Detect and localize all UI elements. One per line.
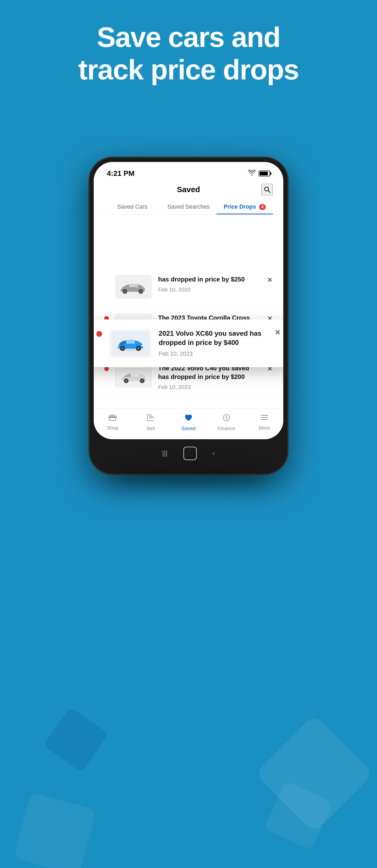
nav-shop-label: Shop: [107, 425, 118, 431]
status-bar: 4:21 PM: [94, 162, 283, 181]
content-area: 2021 Volvo XC60 you saved has dropped in…: [94, 217, 283, 439]
notif-close-button[interactable]: ✕: [275, 329, 281, 336]
phone-bottom-bar: ||| ‹: [94, 439, 283, 470]
phone-shadow: [109, 469, 268, 485]
search-button[interactable]: [261, 184, 273, 195]
back-indicator[interactable]: ‹: [213, 449, 215, 457]
bottom-nav: Shop Sell: [94, 408, 283, 439]
item-1-car-image: [115, 275, 152, 299]
status-time: 4:21 PM: [107, 169, 135, 178]
tab-saved-searches[interactable]: Saved Searches: [161, 199, 217, 214]
svg-point-30: [150, 417, 151, 418]
svg-point-7: [137, 347, 140, 350]
nav-saved-label: Saved: [181, 426, 196, 431]
nav-finance-label: Finance: [217, 426, 235, 431]
nav-more[interactable]: More: [245, 414, 283, 431]
svg-text:$: $: [226, 416, 228, 420]
notification-popup: 2021 Volvo XC60 you saved has dropped in…: [94, 319, 283, 367]
phone-wrapper: 4:21 PM: [89, 157, 288, 474]
svg-point-27: [145, 378, 147, 379]
battery-icon: [259, 170, 270, 176]
nav-sell-label: Sell: [146, 426, 155, 431]
item-3-date: Feb 10, 2023: [158, 384, 261, 390]
wifi-icon: [248, 170, 255, 177]
item-1-date: Feb 10, 2023: [158, 286, 261, 293]
svg-point-9: [118, 345, 119, 346]
hero-title: Save cars and track price drops: [0, 21, 377, 86]
notif-date: Feb 10, 2023: [159, 350, 267, 357]
item-3-content: The 2022 Volvo C40 you saved has dropped…: [158, 364, 261, 390]
app-header: Saved Saved Cars Saved Searches: [94, 181, 283, 215]
nav-sell[interactable]: Sell: [132, 414, 170, 431]
notif-content: 2021 Volvo XC60 you saved has dropped in…: [159, 329, 267, 357]
notif-car-image: [109, 329, 151, 358]
phone-frame: 4:21 PM: [89, 157, 288, 474]
tab-saved-cars[interactable]: Saved Cars: [104, 199, 161, 214]
svg-point-14: [140, 290, 142, 292]
status-icons: [248, 170, 270, 177]
notif-red-dot: [96, 331, 102, 337]
battery-fill: [260, 172, 268, 175]
home-indicator[interactable]: [183, 446, 197, 460]
bg-shape-3: [13, 792, 97, 868]
item-3-car-image: [115, 364, 152, 388]
tabs-row: Saved Cars Saved Searches Price Drops 4: [104, 199, 273, 214]
svg-point-26: [141, 380, 143, 382]
item-1-close-button[interactable]: ✕: [267, 276, 273, 284]
tab-price-drops[interactable]: Price Drops 4: [216, 199, 273, 214]
nav-shop[interactable]: Shop: [94, 414, 132, 431]
app-title: Saved: [177, 185, 200, 194]
svg-line-1: [268, 190, 270, 193]
notif-title: 2021 Volvo XC60 you saved has dropped in…: [159, 329, 267, 347]
svg-point-24: [125, 380, 127, 382]
svg-point-12: [124, 290, 126, 292]
nav-saved[interactable]: Saved: [170, 414, 208, 431]
bg-shape-4: [43, 707, 109, 773]
price-list: has dropped in price by $250 Feb 10, 202…: [94, 217, 283, 408]
more-icon: [260, 414, 269, 423]
header-title-row: Saved: [104, 185, 273, 199]
saved-icon: [184, 414, 193, 424]
nav-more-label: More: [259, 425, 270, 431]
svg-point-5: [121, 347, 124, 350]
recent-apps-indicator[interactable]: |||: [162, 449, 168, 457]
finance-icon: $: [222, 414, 231, 424]
item-1-content: has dropped in price by $250 Feb 10, 202…: [158, 275, 261, 293]
nav-finance[interactable]: $ Finance: [207, 414, 245, 431]
list-spacer: [94, 398, 283, 408]
phone-inner: 4:21 PM: [94, 162, 283, 439]
price-item-1[interactable]: has dropped in price by $250 Feb 10, 202…: [94, 217, 283, 306]
svg-point-8: [141, 345, 143, 346]
price-drops-badge: 4: [259, 204, 266, 210]
item-1-title: has dropped in price by $250: [158, 275, 261, 284]
sell-icon: [146, 414, 155, 424]
shop-icon: [108, 414, 117, 423]
